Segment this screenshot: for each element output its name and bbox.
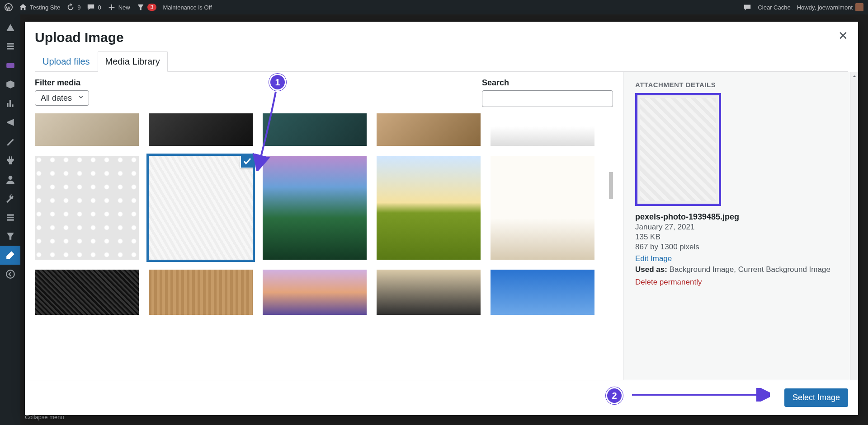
filter-date-select[interactable]: All dates: [35, 90, 89, 106]
site-name-label: Testing Site: [30, 4, 60, 11]
updates-count: 9: [77, 4, 80, 11]
menu-analytics[interactable]: [0, 94, 20, 113]
attachment-preview: [635, 93, 721, 206]
tab-upload-files[interactable]: Upload files: [35, 51, 98, 72]
close-icon[interactable]: ✕: [838, 30, 848, 42]
media-library-area: Filter media All dates Search: [25, 72, 623, 380]
search-label: Search: [482, 78, 613, 88]
media-thumbnail[interactable]: [491, 270, 594, 315]
comments-count: 0: [98, 4, 101, 11]
modal-footer: Select Image: [25, 380, 858, 415]
yoast-badge: 3: [147, 4, 157, 11]
annotation-badge-2: 2: [606, 387, 623, 404]
modal-title: Upload Image: [35, 30, 848, 45]
media-thumbnail[interactable]: [377, 113, 481, 146]
svg-point-0: [5, 4, 12, 11]
modal-header: Upload Image ✕ Upload files Media Librar…: [25, 22, 858, 72]
attachment-size: 135 KB: [635, 233, 848, 242]
svg-rect-3: [7, 214, 14, 215]
menu-marketing[interactable]: [0, 113, 20, 132]
menu-tools[interactable]: [0, 189, 20, 208]
howdy-label: Howdy, joewarnimont: [797, 4, 853, 11]
sidebar-scrollbar[interactable]: [850, 72, 858, 380]
media-grid-scroll[interactable]: [35, 113, 613, 380]
check-icon: [240, 156, 253, 168]
menu-customize[interactable]: [0, 246, 20, 265]
updates-link[interactable]: 9: [66, 3, 80, 11]
media-thumbnail[interactable]: [263, 270, 367, 315]
media-thumbnail[interactable]: [35, 113, 139, 146]
media-thumbnail[interactable]: [377, 270, 481, 315]
menu-products[interactable]: [0, 75, 20, 94]
attachment-filename: pexels-photo-1939485.jpeg: [635, 212, 848, 222]
menu-settings[interactable]: [0, 208, 20, 227]
clear-cache-label: Clear Cache: [758, 4, 790, 11]
wp-logo-icon[interactable]: [5, 3, 13, 11]
media-thumbnail[interactable]: [149, 270, 253, 315]
maintenance-link[interactable]: Maintenance is Off: [163, 4, 212, 11]
site-home-link[interactable]: Testing Site: [19, 3, 60, 11]
media-thumbnail[interactable]: [149, 113, 253, 146]
media-thumbnail[interactable]: [263, 156, 367, 260]
delete-permanently-link[interactable]: Delete permanently: [635, 278, 702, 287]
attachment-date: January 27, 2021: [635, 223, 848, 232]
media-thumbnail[interactable]: [35, 270, 139, 315]
svg-point-6: [6, 270, 14, 278]
profile-link[interactable]: Howdy, joewarnimont: [797, 3, 863, 11]
menu-posts[interactable]: [0, 37, 20, 56]
attachment-details-heading: ATTACHMENT DETAILS: [635, 81, 848, 89]
media-thumbnail[interactable]: [263, 113, 367, 146]
used-as-label: Used as:: [635, 265, 667, 274]
comments-link[interactable]: 0: [87, 3, 101, 11]
media-thumbnail[interactable]: [377, 156, 481, 260]
menu-appearance[interactable]: [0, 132, 20, 151]
select-image-button[interactable]: Select Image: [784, 388, 848, 407]
media-grid: [35, 113, 613, 315]
scroll-up-icon[interactable]: [850, 72, 858, 81]
menu-plugins[interactable]: [0, 151, 20, 170]
clear-cache-link[interactable]: Clear Cache: [758, 4, 790, 11]
search-input[interactable]: [482, 90, 613, 107]
media-thumbnail[interactable]: [35, 156, 139, 260]
upload-image-modal: Upload Image ✕ Upload files Media Librar…: [25, 22, 858, 415]
media-thumbnail-selected[interactable]: [149, 156, 253, 260]
attachment-dimensions: 867 by 1300 pixels: [635, 243, 848, 252]
used-as-value: Background Image, Current Background Ima…: [667, 265, 830, 274]
media-thumbnail[interactable]: [491, 156, 594, 260]
wp-admin-menu: [0, 14, 20, 425]
filter-media-label: Filter media: [35, 78, 89, 88]
attachment-details-sidebar: ATTACHMENT DETAILS pexels-photo-1939485.…: [623, 72, 858, 380]
filters-row: Filter media All dates Search: [35, 78, 613, 107]
menu-dashboard[interactable]: [0, 18, 20, 37]
media-thumbnail[interactable]: [491, 113, 594, 146]
grid-scrollbar-thumb[interactable]: [609, 172, 613, 199]
new-content-link[interactable]: New: [108, 3, 130, 11]
modal-tabs: Upload files Media Library: [35, 51, 848, 72]
maintenance-label: Maintenance is Off: [163, 4, 212, 11]
wp-admin-bar: Testing Site 9 0 New 3 Maintenance is Of…: [0, 0, 868, 14]
svg-rect-4: [7, 217, 14, 218]
yoast-link[interactable]: 3: [137, 3, 157, 11]
tab-media-library[interactable]: Media Library: [98, 51, 168, 72]
new-content-label: New: [118, 4, 130, 11]
menu-woocommerce[interactable]: [0, 56, 20, 75]
svg-rect-1: [6, 63, 14, 68]
attachment-used-as: Used as: Background Image, Current Backg…: [635, 265, 848, 274]
menu-collapse[interactable]: [0, 265, 20, 284]
notifications-icon[interactable]: [743, 3, 751, 11]
menu-yoast[interactable]: [0, 227, 20, 246]
edit-image-link[interactable]: Edit Image: [635, 254, 672, 263]
menu-users[interactable]: [0, 170, 20, 189]
annotation-badge-1: 1: [269, 74, 286, 91]
modal-body: Filter media All dates Search: [25, 72, 858, 380]
svg-rect-5: [7, 219, 14, 220]
avatar-icon: [855, 3, 863, 11]
svg-point-2: [8, 176, 12, 180]
